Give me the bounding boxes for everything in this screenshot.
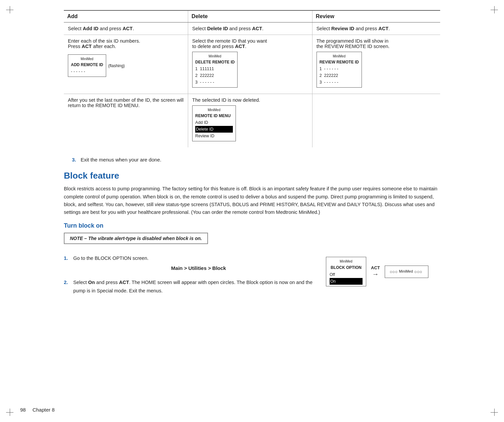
review-select-cell: Select Review ID and press ACT. [312,22,440,35]
chapter-label: Chapter 8 [33,407,55,413]
turn-block-steps-area: 1. Go to the BLOCK OPTION screen. Main >… [64,254,440,298]
block-option-screen: MiniMed BLOCK OPTION Off On [326,257,366,286]
table-row-after: After you set the last number of the ID,… [64,94,440,148]
screen-title-add: ADD REMOTE ID [71,62,103,68]
minimed-remote-display: ○○○ MiniMed ○○○ [385,266,428,278]
screen-brand-review: MiniMed [320,54,359,59]
delete-after-cell: The selected ID is now deleted. MiniMed … [188,94,312,148]
flashing-label: (flashing) [108,63,125,68]
review-enter-cell: The programmed IDs will show inthe REVIE… [312,35,440,94]
add-enter-cell: Enter each of the six ID numbers.Press A… [64,35,188,94]
screen-line-delete-2: 2 222222 [195,72,235,79]
screen-line-add: - - - - - - [71,68,103,75]
steps-block: 1. Go to the BLOCK OPTION screen. Main >… [64,254,316,295]
screen-title-menu: REMOTE ID MENU [195,113,233,119]
table-header-delete: Delete [188,10,312,22]
circles-right: ○○○ [414,268,422,276]
id-management-table: Add Delete Review Select Add ID and pres… [64,10,440,147]
step2-text-area: Select On and press ACT. The HOME screen… [73,278,316,295]
screen-line-review-1: 1 - - - - - - [320,65,359,72]
note-text: NOTE – The vibrate alert-type is disable… [70,236,202,241]
turn-block-steps: 1. Go to the BLOCK OPTION screen. Main >… [64,254,316,298]
act-label: ACT [371,265,380,270]
block-feature-body: Block restricts access to pump programmi… [64,185,440,216]
step3-number: 3. [72,157,78,162]
review-after-cell [312,94,440,148]
review-remote-id-screen: MiniMed REVIEW REMOTE ID 1 - - - - - - 2… [317,52,362,88]
act-arrow-area: ACT → [371,265,380,278]
delete-remote-id-screen: MiniMed DELETE REMOTE ID 1 111111 2 2222… [192,52,238,88]
right-arrow-icon: → [372,270,379,278]
remote-brand: MiniMed [399,268,413,275]
screen-brand-add: MiniMed [71,56,103,62]
page-number: 98 [20,407,26,413]
block-feature-section: Block feature Block restricts access to … [64,171,440,216]
screen-line-delete-3: 3 - - - - - - [195,79,235,86]
step2-num: 2. [64,278,71,287]
step1-text-area: Go to the BLOCK OPTION screen. Main > Ut… [73,254,316,275]
screen-title-review: REVIEW REMOTE ID [320,59,359,65]
screen-title-delete: DELETE REMOTE ID [195,59,235,65]
page-footer: 98 Chapter 8 [20,407,55,413]
step1-num: 1. [64,254,71,263]
delete-enter-cell: Select the remote ID that you wantto del… [188,35,312,94]
remote-id-menu-screen: MiniMed REMOTE ID MENU Add ID Delete ID … [192,105,236,141]
step3-row: 3. Exit the menus when your are done. [64,157,440,162]
crosshair-bottom-left [6,409,13,416]
step3-text: Exit the menus when your are done. [81,157,161,162]
crosshair-bottom-right [491,409,498,416]
screen-menu-line-3: Review ID [195,133,233,139]
screen-line-delete-1: 1 111111 [195,65,235,72]
turn-block-step2: 2. Select On and press ACT. The HOME scr… [64,278,316,295]
crosshair-top-right [491,6,498,13]
screen-menu-line-2-selected: Delete ID [195,126,233,133]
turn-block-on-section: Turn block on NOTE – The vibrate alert-t… [64,222,440,298]
delete-select-cell: Select Delete ID and press ACT. [188,22,312,35]
remote-top-row: ○○○ MiniMed ○○○ [390,268,423,276]
screen-brand-delete: MiniMed [195,54,235,59]
table-row-select: Select Add ID and press ACT. Select Dele… [64,22,440,35]
block-screen-off: Off [330,271,363,278]
block-diagram-area: MiniMed BLOCK OPTION Off On ACT → ○○○ [326,254,440,286]
block-screen-title: BLOCK OPTION [330,264,363,271]
add-after-cell: After you set the last number of the ID,… [64,94,188,148]
table-row-enter: Enter each of the six ID numbers.Press A… [64,35,440,94]
block-diagram: MiniMed BLOCK OPTION Off On ACT → ○○○ [326,257,428,286]
note-box: NOTE – The vibrate alert-type is disable… [64,233,208,244]
table-header-review: Review [312,10,440,22]
screen-menu-line-1: Add ID [195,119,233,126]
circles-left: ○○○ [390,268,398,276]
step1-sub: Main > Utilities > Block [81,264,316,273]
page-container: Add Delete Review Select Add ID and pres… [50,0,454,312]
turn-block-on-title: Turn block on [64,222,440,229]
table-header-add: Add [64,10,188,22]
block-feature-title: Block feature [64,171,440,181]
crosshair-top-left [6,6,13,13]
block-screen-brand: MiniMed [330,259,363,264]
screen-line-review-2: 2 222222 [320,72,359,79]
add-select-cell: Select Add ID and press ACT. [64,22,188,35]
step1-text: Go to the BLOCK OPTION screen. [73,255,149,261]
block-screen-on-selected: On [330,278,363,285]
screen-line-review-3: 3 - - - - - - [320,79,359,86]
screen-brand-menu: MiniMed [195,107,233,113]
turn-block-step1: 1. Go to the BLOCK OPTION screen. Main >… [64,254,316,275]
add-remote-id-screen: MiniMed ADD REMOTE ID - - - - - - [68,54,106,77]
